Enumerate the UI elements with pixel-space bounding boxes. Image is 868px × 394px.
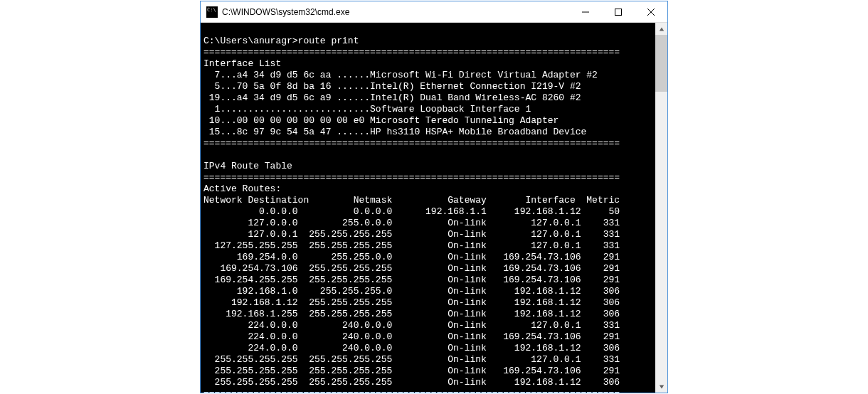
minimize-button[interactable]: [569, 1, 602, 22]
svg-rect-1: [615, 9, 622, 15]
terminal-output[interactable]: C:\Users\anuragr>route print ===========…: [201, 23, 655, 393]
titlebar[interactable]: C:\WINDOWS\system32\cmd.exe: [201, 1, 667, 23]
scrollbar-track[interactable]: [655, 35, 667, 380]
close-button[interactable]: [635, 1, 667, 22]
maximize-button[interactable]: [602, 1, 635, 22]
cmd-icon: [206, 6, 218, 18]
scrollbar-thumb[interactable]: [655, 35, 667, 92]
window-title: C:\WINDOWS\system32\cmd.exe: [222, 7, 569, 17]
scrollbar-up-button[interactable]: [655, 23, 667, 35]
window-controls: [569, 1, 667, 22]
terminal-wrapper: C:\Users\anuragr>route print ===========…: [201, 23, 667, 393]
cmd-window: C:\WINDOWS\system32\cmd.exe C:\Users\anu…: [200, 1, 668, 393]
scrollbar-down-button[interactable]: [655, 380, 667, 393]
vertical-scrollbar[interactable]: [655, 23, 667, 393]
